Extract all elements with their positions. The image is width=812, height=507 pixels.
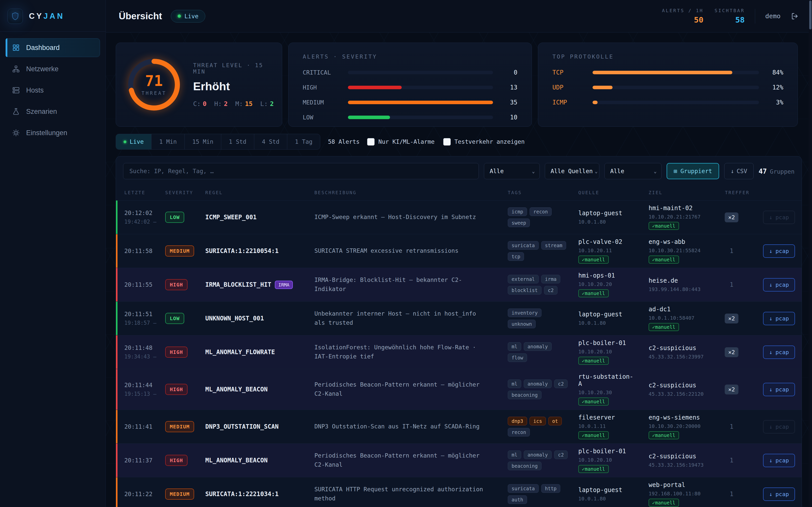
severity-bar-value: 10 — [500, 114, 517, 121]
sidebar-item-szenarien[interactable]: Szenarien — [6, 102, 100, 121]
live-dot-icon — [177, 14, 181, 18]
cell-rule: IRMA_BLOCKLIST_HITIRMA — [205, 281, 314, 289]
sidebar-item-hosts[interactable]: Hosts — [6, 81, 100, 100]
pcap-label: pcap — [775, 457, 789, 464]
ip-address: 10.10.20.20 — [578, 281, 612, 287]
time-range-label: 1 Tag — [295, 138, 312, 145]
alert-row-8[interactable]: 20:11:22MEDIUMSURICATA:1:2221034:1SURICA… — [116, 477, 802, 507]
filter-checkbox-0[interactable]: Nur KI/ML-Alarme — [367, 138, 435, 146]
time-range-1-min[interactable]: 1 Min — [151, 134, 185, 149]
severity-filter-select[interactable]: Alle⌄ — [484, 163, 540, 179]
hostname: plc-boiler-01 — [578, 448, 626, 455]
checkbox-icon[interactable] — [367, 138, 374, 146]
tag-chip: ml — [508, 380, 521, 388]
pcap-download-button[interactable]: ↓pcap — [763, 345, 795, 359]
logout-icon[interactable] — [791, 12, 799, 20]
tag-chip: icmp — [508, 207, 527, 216]
cell-hits: 1 — [721, 457, 742, 464]
alert-row-2[interactable]: 20:11:55HIGHIRMA_BLOCKLIST_HITIRMAIRMA-B… — [116, 268, 802, 302]
alert-row-7[interactable]: 20:11:37HIGHML_ANOMALY_BEACONPeriodische… — [116, 444, 802, 477]
ip-address: 10.10.20.10 — [578, 349, 612, 355]
tag-chip: ml — [508, 342, 521, 351]
pcap-download-button[interactable]: ↓pcap — [763, 312, 795, 325]
pcap-download-button[interactable]: ↓pcap — [763, 278, 795, 291]
pcap-download-button[interactable]: ↓pcap — [763, 454, 795, 467]
time-range-live[interactable]: Live — [116, 134, 151, 149]
ip-address: 45.33.32.156:23997 — [649, 354, 704, 360]
severity-bar-track — [348, 71, 493, 74]
page-scrollbar[interactable] — [809, 0, 812, 507]
chevron-down-icon: ⌄ — [595, 168, 598, 174]
pcap-download-button[interactable]: ↓pcap — [763, 244, 795, 258]
cell-source: plc-boiler-0110.10.20.10✓manuell — [578, 339, 649, 365]
ip-address: 193.99.144.80:443 — [649, 286, 701, 292]
type-filter-select[interactable]: Alle⌄ — [604, 163, 662, 179]
checkbox-icon[interactable] — [443, 138, 451, 146]
protocol-bar-fill — [593, 86, 613, 89]
sidebar-item-netzwerke[interactable]: Netzwerke — [6, 60, 100, 78]
cell-hits: 1 — [721, 491, 742, 498]
hostname: hmi-ops-01 — [578, 272, 615, 279]
tag-chip: anomaly — [524, 450, 552, 459]
cell-tags: mlanomalyc2beaconing — [508, 380, 578, 399]
alert-row-6[interactable]: 20:11:41MEDIUMDNP3_OUTSTATION_SCANDNP3 O… — [116, 410, 802, 444]
cell-description: IRMA-Bridge: Blocklist-Hit – bekannter C… — [314, 276, 508, 293]
pcap-download-button[interactable]: ↓pcap — [763, 488, 795, 501]
severity-bar-label: LOW — [303, 114, 341, 121]
severity-badge: MEDIUM — [165, 245, 194, 257]
ip-address: 45.33.32.156:19473 — [649, 462, 704, 468]
sidebar-item-dashboard[interactable]: Dashboard — [6, 38, 100, 57]
time-range-15-min[interactable]: 15 Min — [185, 134, 221, 149]
cell-target: ad-dc110.0.1.10:58407✓manuell — [649, 306, 721, 331]
tag-chip: ot — [548, 417, 562, 426]
time-range-1-tag[interactable]: 1 Tag — [287, 134, 320, 149]
cell-description: SURICATA STREAM excessive retransmission… — [314, 246, 508, 256]
source-filter-select[interactable]: Alle Quellen⌄ — [545, 163, 599, 179]
hit-count: ×2 — [725, 385, 739, 394]
tag-chip: dnp3 — [508, 417, 527, 426]
search-input[interactable] — [123, 163, 479, 179]
alert-row-4[interactable]: 20:11:4819:34:43 –HIGHML_ANOMALY_FLOWRAT… — [116, 335, 802, 369]
grouped-toggle-button[interactable]: ⊞ Gruppiert — [667, 163, 719, 179]
cell-rule: ML_ANOMALY_BEACON — [205, 386, 314, 393]
threat-card-title: THREAT LEVEL · 15 MIN — [193, 62, 274, 75]
pcap-download-button[interactable]: ↓pcap — [763, 383, 795, 396]
threat-breakdown-item: C:0 — [193, 100, 207, 108]
time-range-4-std[interactable]: 4 Std — [254, 134, 287, 149]
alert-row-1[interactable]: 20:11:58MEDIUMSURICATA:1:2210054:1SURICA… — [116, 234, 802, 268]
download-icon: ↓ — [769, 457, 772, 464]
alert-row-3[interactable]: 20:11:5119:18:57 –LOWUNKNOWN_HOST_001Unb… — [116, 302, 802, 335]
csv-export-button[interactable]: ↓ CSV — [724, 163, 753, 179]
threat-gauge: 71 THREAT — [126, 57, 182, 112]
threat-level-card: 71 THREAT THREAT LEVEL · 15 MIN Erhöht C… — [116, 43, 282, 127]
threat-breakdown-item: L:2 — [260, 100, 274, 108]
cell-pcap: ↓pcap — [742, 244, 802, 258]
brand-shield-icon — [8, 9, 23, 24]
cell-source: plc-boiler-0110.10.20.10✓manuell — [578, 448, 649, 473]
cell-tags: mlanomalyc2beaconing — [508, 450, 578, 470]
sidebar-item-label: Netzwerke — [26, 65, 59, 73]
column-header-treffer: TREFFER — [721, 190, 802, 195]
scrollbar-thumb[interactable] — [809, 1, 811, 30]
cell-time: 20:11:55 — [116, 281, 165, 288]
cell-pcap: ↓pcap — [742, 312, 802, 325]
cell-source: plc-valve-0210.10.20.11✓manuell — [578, 238, 649, 264]
ip-address: 45.33.32.156:22120 — [649, 391, 704, 397]
cell-severity: MEDIUM — [165, 489, 205, 500]
cell-description: ICMP-Sweep erkannt – Host-Discovery im S… — [314, 213, 508, 222]
hit-count: 1 — [730, 423, 733, 430]
protocol-bar-row: TCP84% — [552, 69, 783, 76]
time-range-1-std[interactable]: 1 Std — [221, 134, 254, 149]
alert-row-5[interactable]: 20:11:4419:15:13 –HIGHML_ANOMALY_BEACONP… — [116, 369, 802, 410]
alert-row-0[interactable]: 20:12:0219:42:02 –LOWICMP_SWEEP_001ICMP-… — [116, 201, 802, 234]
cell-tags: icmpreconsweep — [508, 207, 578, 227]
filter-checkbox-1[interactable]: Testverkehr anzeigen — [443, 138, 525, 146]
rule-name: SURICATA:1:2221034:1 — [205, 491, 278, 498]
hit-count: 1 — [730, 281, 733, 288]
hit-count: 1 — [730, 457, 733, 464]
cell-source: rtu-substation-A10.10.20.30✓manuell — [578, 373, 649, 406]
sidebar-item-einstellungen[interactable]: Einstellungen — [6, 123, 100, 142]
hostname: eng-ws-abb — [649, 238, 686, 245]
severity-bar-row: LOW10 — [303, 114, 517, 121]
cell-description: Periodisches Beacon-Pattern erkannt – mö… — [314, 451, 508, 469]
